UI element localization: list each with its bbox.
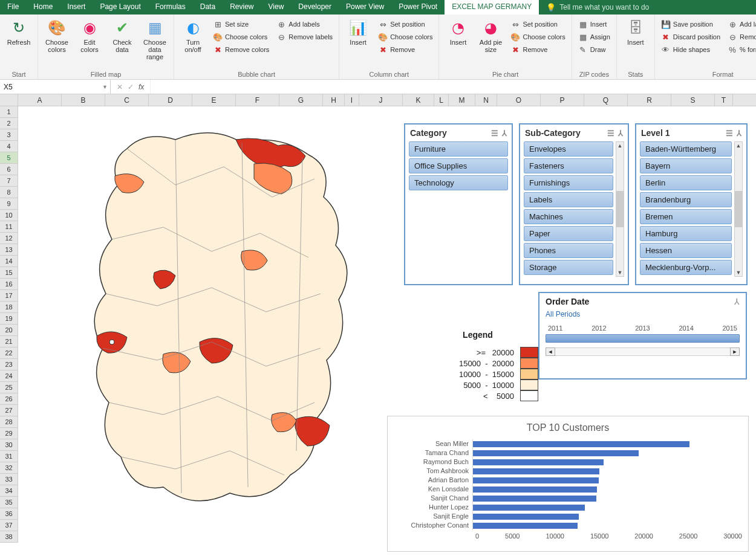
row-header-33[interactable]: 33 <box>0 474 18 485</box>
row-header-18[interactable]: 18 <box>0 302 18 313</box>
germany-map[interactable] <box>54 112 369 523</box>
bubble-setsize[interactable]: ⊞Set size <box>210 18 272 30</box>
row-header-2[interactable]: 2 <box>0 118 18 129</box>
scroll-track[interactable] <box>555 347 730 356</box>
colchart-setpos[interactable]: ⇔Set position <box>376 18 435 30</box>
colchart-remove[interactable]: ✖Remove <box>376 44 435 56</box>
timeline-bar[interactable] <box>546 334 740 343</box>
clear-filter-icon[interactable]: ⅄ <box>502 129 507 138</box>
scroll-thumb[interactable] <box>616 191 624 227</box>
bubble-colors[interactable]: 🎨Choose colors <box>210 31 272 43</box>
row-header-9[interactable]: 9 <box>0 198 18 210</box>
scroll-right-icon[interactable]: ► <box>730 347 740 356</box>
col-header-L[interactable]: L <box>434 94 449 106</box>
clear-filter-icon[interactable]: ⅄ <box>737 129 741 138</box>
row-header-14[interactable]: 14 <box>0 256 18 267</box>
formula-input[interactable] <box>151 80 756 94</box>
slicer-item[interactable]: Envelopes <box>524 141 613 157</box>
fmt-removelabels[interactable]: ⊖Remove labels <box>725 31 756 43</box>
col-header-Q[interactable]: Q <box>584 94 628 106</box>
tab-review[interactable]: Review <box>223 0 261 15</box>
tab-home[interactable]: Home <box>26 0 60 15</box>
col-header-K[interactable]: K <box>403 94 434 106</box>
bubble-addlabels[interactable]: ⊕Add labels <box>274 18 335 30</box>
row-header-8[interactable]: 8 <box>0 187 18 198</box>
zip-assign[interactable]: ▦Assign <box>576 31 613 43</box>
col-header-P[interactable]: P <box>541 94 584 106</box>
worksheet-grid[interactable]: ABCDEFGHIJKLMNOPQRST 1234567891011121314… <box>0 94 756 106</box>
zip-draw[interactable]: ✎Draw <box>576 44 613 56</box>
row-header-30[interactable]: 30 <box>0 439 18 451</box>
slicer-item[interactable]: Paper <box>524 226 613 241</box>
edit-colors-button[interactable]: ◉Edit colors <box>74 17 105 69</box>
slicer-subcategory[interactable]: Sub-Category ☰⅄ EnvelopesFastenersFurnis… <box>519 123 629 285</box>
slicer-item[interactable]: Furnishings <box>524 175 613 190</box>
row-header-35[interactable]: 35 <box>0 497 18 508</box>
slicer-level1-scrollbar[interactable]: ▲ ▼ <box>734 141 743 277</box>
cancel-icon[interactable]: ✕ <box>117 83 123 91</box>
col-header-F[interactable]: F <box>236 94 279 106</box>
row-header-34[interactable]: 34 <box>0 485 18 497</box>
row-header-10[interactable]: 10 <box>0 210 18 221</box>
pie-setpos[interactable]: ⇔Set position <box>508 18 567 30</box>
tab-file[interactable]: File <box>0 0 26 15</box>
colchart-colors[interactable]: 🎨Choose colors <box>376 31 435 43</box>
refresh-button[interactable]: ↻Refresh <box>4 17 34 69</box>
tab-excel-map-germany[interactable]: EXCEL MAP GERMANY <box>445 0 539 15</box>
slicer-item[interactable]: Storage <box>524 260 613 275</box>
col-header-B[interactable]: B <box>62 94 105 106</box>
slicer-subcat-scrollbar[interactable]: ▲ ▼ <box>616 141 624 277</box>
row-header-5[interactable]: 5 <box>0 152 18 164</box>
tab-view[interactable]: View <box>261 0 292 15</box>
row-header-17[interactable]: 17 <box>0 290 18 302</box>
slicer-item[interactable]: Fasteners <box>524 158 613 173</box>
slicer-item[interactable]: Baden-Württemberg <box>640 141 732 157</box>
tab-data[interactable]: Data <box>193 0 223 15</box>
pie-insert-button[interactable]: ◔Insert <box>443 17 473 69</box>
bubble-turn-button[interactable]: ◐Turn on/off <box>178 17 208 69</box>
tab-formulas[interactable]: Formulas <box>148 0 193 15</box>
row-header-6[interactable]: 6 <box>0 164 18 175</box>
col-header-C[interactable]: C <box>105 94 149 106</box>
row-header-20[interactable]: 20 <box>0 325 18 336</box>
row-header-25[interactable]: 25 <box>0 382 18 393</box>
col-header-D[interactable]: D <box>149 94 192 106</box>
chart-top10customers[interactable]: TOP 10 Customers Sean MillerTamara Chand… <box>387 416 749 552</box>
fmt-percent[interactable]: %% format on/off <box>725 44 756 56</box>
row-header-23[interactable]: 23 <box>0 359 18 370</box>
row-header-26[interactable]: 26 <box>0 393 18 405</box>
multiselect-icon[interactable]: ☰ <box>491 129 498 138</box>
slicer-item[interactable]: Phones <box>524 243 613 258</box>
row-header-19[interactable]: 19 <box>0 313 18 325</box>
row-header-27[interactable]: 27 <box>0 405 18 416</box>
fmt-savepos[interactable]: 💾Save position <box>659 18 723 30</box>
row-header-24[interactable]: 24 <box>0 370 18 382</box>
clear-filter-icon[interactable]: ⅄ <box>618 129 623 138</box>
slicer-item[interactable]: Machines <box>524 209 613 224</box>
tab-developer[interactable]: Developer <box>291 0 339 15</box>
col-header-N[interactable]: N <box>475 94 497 106</box>
col-header-M[interactable]: M <box>449 94 475 106</box>
slicer-item[interactable]: Brandenburg <box>640 192 732 207</box>
slicer-item[interactable]: Hamburg <box>640 226 732 241</box>
col-header-T[interactable]: T <box>715 94 733 106</box>
col-header-S[interactable]: S <box>671 94 715 106</box>
slicer-category[interactable]: Category ☰⅄ FurnitureOffice SuppliesTech… <box>404 123 513 285</box>
slicer-item[interactable]: Bremen <box>640 209 732 224</box>
tab-page-layout[interactable]: Page Layout <box>93 0 148 15</box>
scroll-up-icon[interactable]: ▲ <box>616 142 624 149</box>
col-header-J[interactable]: J <box>359 94 403 106</box>
choose-data-range-button[interactable]: ▦Choose data range <box>140 17 170 69</box>
fx-icon[interactable]: fx <box>138 83 144 91</box>
check-data-button[interactable]: ✔Check data <box>107 17 137 69</box>
col-header-O[interactable]: O <box>497 94 541 106</box>
timeline-orderdate[interactable]: Order Date ⅄ All Periods 201120122013201… <box>538 292 747 380</box>
tab-insert[interactable]: Insert <box>60 0 93 15</box>
row-header-16[interactable]: 16 <box>0 279 18 290</box>
row-header-15[interactable]: 15 <box>0 267 18 279</box>
stats-insert-button[interactable]: 🗄Insert <box>621 17 651 69</box>
timeline-scroll[interactable]: ◄ ► <box>546 347 740 356</box>
col-header-A[interactable]: A <box>18 94 62 106</box>
name-box[interactable]: X5 ▼ <box>0 80 111 94</box>
row-header-4[interactable]: 4 <box>0 141 18 152</box>
